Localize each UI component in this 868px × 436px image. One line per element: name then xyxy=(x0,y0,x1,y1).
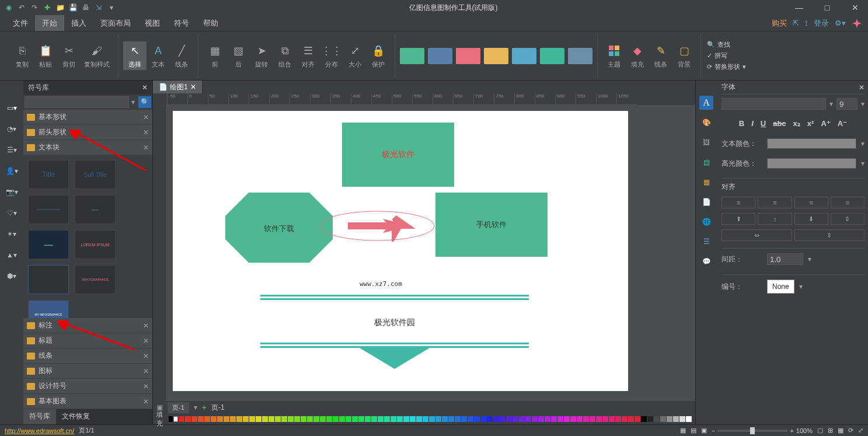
color-cell[interactable] xyxy=(410,416,416,422)
qat-dropdown-icon[interactable]: ▾ xyxy=(106,2,117,13)
color-cell[interactable] xyxy=(493,416,499,422)
background-button[interactable]: ▢背景 xyxy=(672,41,696,70)
color-cell[interactable] xyxy=(615,416,621,422)
search-button[interactable]: 🔍 xyxy=(138,96,151,108)
status-icon[interactable]: ▦ xyxy=(838,427,843,434)
panel-close-icon[interactable]: ✕ xyxy=(859,83,864,92)
banner-shape[interactable]: 极光软件园 xyxy=(260,295,529,371)
color-cell[interactable] xyxy=(545,416,550,422)
color-cell[interactable] xyxy=(609,416,615,422)
thumb-item[interactable]: ━━━ xyxy=(75,195,116,224)
text-color-swatch[interactable] xyxy=(767,138,856,149)
menu-help[interactable]: 帮助 xyxy=(196,15,225,31)
menu-view[interactable]: 视图 xyxy=(138,15,167,31)
color-cell[interactable] xyxy=(403,416,409,422)
color-cell[interactable] xyxy=(397,416,403,422)
color-cell[interactable] xyxy=(288,416,294,422)
line-tool[interactable]: ╱线条 xyxy=(170,41,193,70)
font-shrink-button[interactable]: A⁻ xyxy=(838,119,847,128)
color-swatch-5[interactable] xyxy=(512,48,536,64)
group-button[interactable]: ⧉组合 xyxy=(273,41,297,70)
color-cell[interactable] xyxy=(532,416,538,422)
color-cell[interactable] xyxy=(667,416,672,422)
export-icon[interactable]: ⇲ xyxy=(93,2,104,13)
rtab-palette-icon[interactable]: 🎨 xyxy=(699,116,713,130)
color-cell[interactable] xyxy=(480,416,486,422)
add-page-button[interactable]: + xyxy=(202,403,207,412)
tab-file-recovery[interactable]: 文件恢复 xyxy=(56,409,96,424)
drawing-page[interactable]: 极光软件 软件下载 手机软件 www.xz7.c xyxy=(173,111,628,391)
thumb-item[interactable]: ▬▬▬ xyxy=(28,230,69,259)
distribute-v-button[interactable]: ⇕ xyxy=(794,229,865,241)
menu-file[interactable]: 文件 xyxy=(6,15,35,31)
color-cell[interactable] xyxy=(654,416,660,422)
color-cell[interactable] xyxy=(275,416,281,422)
zoom-out-button[interactable]: − xyxy=(712,427,715,434)
status-icon[interactable]: ⟳ xyxy=(848,427,853,434)
buy-link[interactable]: 购买 xyxy=(772,18,787,29)
undo-icon[interactable]: ↶ xyxy=(16,2,27,13)
color-cell[interactable] xyxy=(474,416,480,422)
color-swatch-4[interactable] xyxy=(484,48,508,64)
rtab-image-icon[interactable]: 🖼 xyxy=(699,135,713,149)
color-cell[interactable] xyxy=(384,416,390,422)
select-tool[interactable]: ↖选择 xyxy=(123,41,147,70)
align-center-button[interactable]: ≡ xyxy=(758,197,792,208)
zoom-in-button[interactable]: + xyxy=(790,427,793,434)
color-swatch-2[interactable] xyxy=(428,48,452,64)
tab-symbol-library[interactable]: 符号库 xyxy=(23,409,56,424)
spacing-input[interactable] xyxy=(767,253,803,265)
category-basic-charts[interactable]: 基本图表✕ xyxy=(23,394,152,409)
color-cell[interactable] xyxy=(391,416,396,422)
color-cell[interactable] xyxy=(635,416,640,422)
strip-tree-icon[interactable]: ▲▾ xyxy=(5,249,18,261)
status-url-link[interactable]: http://www.edrawsoft.cn/ xyxy=(5,427,74,434)
app-logo-icon[interactable]: ◉ xyxy=(4,2,14,13)
menu-start[interactable]: 开始 xyxy=(35,15,64,31)
color-cell[interactable] xyxy=(358,416,364,422)
color-cell[interactable] xyxy=(230,416,236,422)
color-cell[interactable] xyxy=(647,416,653,422)
color-cell[interactable] xyxy=(525,416,531,422)
color-cell[interactable] xyxy=(660,416,666,422)
category-close-icon[interactable]: ✕ xyxy=(143,128,149,137)
menu-page-layout[interactable]: 页面布局 xyxy=(93,15,138,31)
category-arrow-shapes[interactable]: 箭头形状 ✕ xyxy=(23,125,152,140)
underline-button[interactable]: U xyxy=(761,119,766,128)
rotate-button[interactable]: ➤旋转 xyxy=(250,41,273,70)
maximize-button[interactable]: □ xyxy=(818,3,836,12)
color-cell[interactable] xyxy=(564,416,570,422)
thumb-item[interactable]: LOREM IPSUM xyxy=(75,230,116,259)
send-back-button[interactable]: ▧后 xyxy=(226,41,250,70)
strip-badge-icon[interactable]: ✴▾ xyxy=(5,228,18,240)
new-icon[interactable]: ✚ xyxy=(42,2,53,13)
color-cell[interactable] xyxy=(217,416,223,422)
export-icon[interactable]: ⇱ xyxy=(793,19,799,27)
print-icon[interactable]: 🖶 xyxy=(81,2,91,13)
align-left-button[interactable]: ≡ xyxy=(721,197,755,208)
rtab-doc-icon[interactable]: 📄 xyxy=(699,195,713,209)
lock-button[interactable]: 🔒保护 xyxy=(367,41,390,70)
color-cell[interactable] xyxy=(679,416,685,422)
color-cell[interactable] xyxy=(365,416,371,422)
menu-insert[interactable]: 插入 xyxy=(64,15,93,31)
color-cell[interactable] xyxy=(590,416,595,422)
save-icon[interactable]: 💾 xyxy=(68,2,78,13)
font-grow-button[interactable]: A⁺ xyxy=(821,119,830,128)
settings-icon[interactable]: ⚙▾ xyxy=(835,19,846,27)
thumb-item[interactable]: Title xyxy=(28,160,69,189)
category-close-icon[interactable]: ✕ xyxy=(143,144,149,152)
status-icon[interactable]: ⤢ xyxy=(858,427,863,434)
color-cell[interactable] xyxy=(429,416,435,422)
status-icon[interactable]: ▢ xyxy=(817,427,823,434)
zoom-slider[interactable] xyxy=(717,430,787,432)
thumb-item[interactable]: MY INFOGRAPHICS xyxy=(28,300,69,318)
theme-button[interactable]: 主题 xyxy=(602,41,626,70)
color-cell[interactable] xyxy=(281,416,287,422)
color-swatch-3[interactable] xyxy=(456,48,480,64)
color-cell[interactable] xyxy=(262,416,268,422)
color-cell[interactable] xyxy=(333,416,339,422)
redo-icon[interactable]: ↷ xyxy=(29,2,40,13)
subscript-button[interactable]: x₂ xyxy=(793,119,800,128)
library-close-icon[interactable]: ✕ xyxy=(142,83,148,92)
